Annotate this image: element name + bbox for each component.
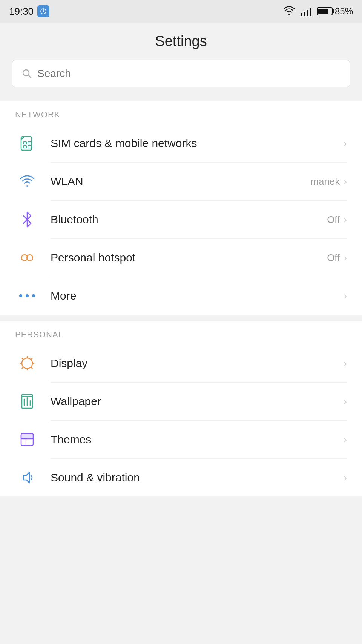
signal-icon [301,6,311,16]
sim-cards-label: SIM cards & mobile networks [51,137,344,150]
page-title: Settings [0,33,362,49]
battery-indicator: 85% [317,6,353,17]
hotspot-chevron: › [344,252,347,264]
themes-item[interactable]: Themes › [0,421,362,458]
svg-point-3 [23,70,29,76]
svg-rect-8 [23,146,26,148]
wallpaper-item[interactable]: Wallpaper › [0,383,362,420]
themes-icon [15,427,39,452]
display-icon [15,351,39,375]
svg-line-21 [31,367,32,369]
sound-icon [15,466,39,490]
status-left: 19:30 [9,5,49,17]
wlan-value: manek [310,176,340,188]
hotspot-value: Off [327,252,340,264]
wlan-label: WLAN [51,175,310,188]
svg-point-12 [19,294,22,297]
sim-cards-chevron: › [344,138,347,149]
sim-cards-item[interactable]: SIM cards & mobile networks › [0,124,362,162]
more-icon [15,284,39,308]
wlan-chevron: › [344,176,347,188]
svg-rect-9 [28,146,31,148]
svg-line-23 [22,367,23,369]
more-label: More [51,289,344,302]
sound-vibration-item[interactable]: Sound & vibration › [0,459,362,496]
wallpaper-chevron: › [344,396,347,407]
wallpaper-icon [15,389,39,413]
wifi-status-icon [283,6,295,16]
battery-percent: 85% [335,6,353,17]
bluetooth-chevron: › [344,214,347,226]
more-item[interactable]: More › [0,277,362,315]
sound-vibration-label: Sound & vibration [51,471,344,484]
svg-rect-6 [23,142,26,144]
wlan-item[interactable]: WLAN manek › [0,163,362,200]
svg-line-20 [22,358,23,360]
wallpaper-label: Wallpaper [51,395,344,408]
bluetooth-label: Bluetooth [51,213,327,226]
status-bar: 19:30 85% [0,0,362,23]
hotspot-icon [15,246,39,270]
battery-icon [317,7,333,15]
bluetooth-item[interactable]: Bluetooth Off › [0,201,362,238]
display-item[interactable]: Display › [0,344,362,382]
bluetooth-icon [15,207,39,232]
svg-line-22 [31,358,32,360]
network-section-header: NETWORK [0,101,362,124]
clock-app-icon [37,5,49,17]
page-header: Settings [0,23,362,60]
display-chevron: › [344,358,347,369]
svg-line-4 [29,75,31,78]
svg-point-14 [32,294,35,297]
hotspot-item[interactable]: Personal hotspot Off › [0,239,362,277]
svg-point-13 [26,294,29,297]
network-section: NETWORK SIM cards & mobile networks › [0,101,362,315]
display-label: Display [51,357,344,370]
personal-section: PERSONAL Display › [0,321,362,496]
status-right: 85% [283,6,353,17]
search-icon [21,68,32,79]
sim-icon [15,131,39,155]
themes-chevron: › [344,434,347,446]
hotspot-label: Personal hotspot [51,251,327,264]
bluetooth-value: Off [327,214,340,226]
sound-vibration-chevron: › [344,472,347,484]
svg-rect-7 [28,142,31,144]
search-bar[interactable] [12,60,350,87]
personal-section-header: PERSONAL [0,321,362,344]
time-display: 19:30 [9,6,34,17]
svg-rect-25 [21,433,33,439]
svg-line-2 [43,11,44,12]
more-chevron: › [344,290,347,302]
wlan-icon [15,169,39,194]
search-input[interactable] [37,68,341,80]
themes-label: Themes [51,433,344,446]
